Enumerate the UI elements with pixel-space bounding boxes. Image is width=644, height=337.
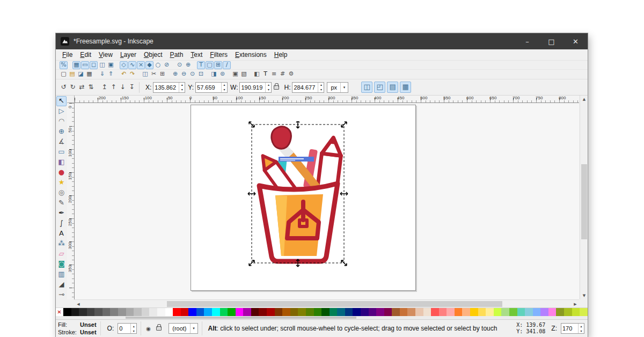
drawing-artwork[interactable] [244,121,357,272]
spin-up-icon[interactable]: ▴ [318,83,324,87]
snap-bbox-edge-mid-icon[interactable]: ◫ [98,61,106,69]
spray-tool[interactable]: ⁂ [56,239,67,249]
preferences-icon[interactable]: ⚙ [287,70,295,78]
opacity-spinbox[interactable]: ▴ ▾ [118,323,137,334]
x-spinner[interactable]: ▴ ▾ [179,83,185,92]
raise-to-top-icon[interactable]: ↥ [100,83,108,91]
spin-down-icon[interactable]: ▾ [579,328,584,333]
vertical-scrollbar[interactable]: ▲ ▼ [580,96,588,299]
palette-swatch-14[interactable] [173,308,181,316]
selector-tool[interactable]: ↖ [56,96,67,106]
copy-icon[interactable]: ◫ [141,70,149,78]
rotate-ccw-icon[interactable]: ↺ [60,83,68,91]
palette-swatch-61[interactable] [540,308,548,316]
palette-swatch-10[interactable] [142,308,150,316]
palette-swatch-36[interactable] [345,308,353,316]
palette-swatch-3[interactable] [87,308,95,316]
dropper-tool[interactable]: ◢ [56,280,67,290]
stroke-value[interactable]: Unset [80,329,97,335]
spin-up-icon[interactable]: ▴ [131,324,136,328]
menu-edit[interactable]: Edit [76,50,95,60]
ungroup-icon[interactable]: ▧ [240,70,248,78]
clone-icon[interactable]: ⊚ [218,70,226,78]
duplicate-icon[interactable]: ◨ [210,70,218,78]
palette-swatch-52[interactable] [470,308,478,316]
print-icon[interactable]: ▦ [85,70,93,78]
selection-handle-top[interactable] [296,121,299,128]
palette-swatch-64[interactable] [564,308,572,316]
w-spinbox[interactable]: ▴ ▾ [239,82,272,93]
lower-to-bottom-icon[interactable]: ↧ [128,83,136,91]
snap-bbox-corner-icon[interactable]: ◻ [90,61,98,69]
3dbox-tool[interactable]: ◧ [56,157,67,167]
palette-swatch-12[interactable] [157,308,165,316]
menu-file[interactable]: File [58,50,76,60]
palette-swatch-38[interactable] [361,308,369,316]
ellipse-tool[interactable]: ● [56,167,67,178]
palette-swatch-19[interactable] [212,308,220,316]
close-button[interactable]: ✕ [564,33,588,49]
menu-object[interactable]: Object [140,50,166,60]
palette-swatch-15[interactable] [181,308,189,316]
palette-swatch-5[interactable] [103,308,111,316]
undo-icon[interactable]: ↶ [120,70,128,78]
flip-vertical-icon[interactable]: ⇅ [87,83,95,91]
palette-swatch-62[interactable] [548,308,557,316]
w-spinner[interactable]: ▴ ▾ [265,83,271,92]
palette-swatch-53[interactable] [478,308,486,316]
palette-swatch-6[interactable] [110,308,118,316]
align-dialog-icon[interactable]: ≡ [270,70,278,78]
zoom-in-icon[interactable]: ⊕ [171,70,179,78]
spin-down-icon[interactable]: ▾ [266,87,271,92]
minimize-button[interactable]: – [515,33,539,49]
rotate-cw-icon[interactable]: ↻ [69,83,77,91]
palette-swatch-40[interactable] [376,308,384,316]
spin-down-icon[interactable]: ▾ [222,87,227,92]
palette-swatch-24[interactable] [251,308,259,316]
menu-view[interactable]: View [95,50,116,60]
tweak-tool[interactable]: ◠ [56,116,67,127]
snap-guide-icon[interactable]: ∕ [223,61,231,69]
node-tool[interactable]: ▷ [56,106,67,116]
calligraphy-tool[interactable]: ∫ [56,218,67,229]
palette-swatch-18[interactable] [204,308,212,316]
palette-scroll-thumb[interactable] [126,317,356,319]
zoom-tool[interactable]: ⊕ [56,127,67,137]
spin-up-icon[interactable]: ▴ [579,324,584,328]
palette-swatch-63[interactable] [556,308,564,316]
maximize-button[interactable]: □ [539,33,564,49]
h-spinner[interactable]: ▴ ▾ [318,83,324,92]
palette-swatch-43[interactable] [400,308,408,316]
y-spinbox[interactable]: ▴ ▾ [195,82,228,93]
save-document-icon[interactable]: ◪ [77,70,85,78]
snap-page-border-icon[interactable]: ▢ [206,61,214,69]
star-tool[interactable]: ★ [56,178,67,188]
unit-select[interactable]: px ▾ [327,82,348,93]
scale-corners-toggle-icon[interactable]: ◰ [374,82,385,93]
palette-swatch-44[interactable] [407,308,415,316]
text-dialog-icon[interactable]: T [261,70,269,78]
eraser-tool[interactable]: ▱ [56,249,67,259]
dropdown-arrow-icon[interactable]: ▾ [190,324,197,333]
menu-layer[interactable]: Layer [116,50,140,60]
x-input[interactable] [153,83,179,92]
palette-swatch-37[interactable] [353,308,361,316]
palette-swatch-41[interactable] [384,308,392,316]
spin-up-icon[interactable]: ▴ [266,83,271,87]
palette-swatch-4[interactable] [94,308,103,316]
palette-swatch-50[interactable] [455,308,463,316]
palette-none-swatch[interactable]: ✕ [56,308,63,316]
move-gradients-toggle-icon[interactable]: ▤ [387,82,398,93]
palette-swatch-35[interactable] [337,308,345,316]
spin-down-icon[interactable]: ▾ [318,87,324,92]
redo-icon[interactable]: ↷ [128,70,136,78]
pencil-tool[interactable]: ✎ [56,198,67,208]
snap-grid-icon[interactable]: ⊞ [214,61,222,69]
lock-width-height-icon[interactable] [274,85,279,90]
raise-icon[interactable]: ↑ [109,83,118,91]
palette-swatch-57[interactable] [509,308,517,316]
snap-bbox-edge-icon[interactable]: ▭ [81,61,89,69]
palette-swatch-1[interactable] [71,308,79,316]
snap-object-center-icon[interactable]: ⊙ [175,61,184,69]
flip-horizontal-icon[interactable]: ⇄ [78,83,86,91]
